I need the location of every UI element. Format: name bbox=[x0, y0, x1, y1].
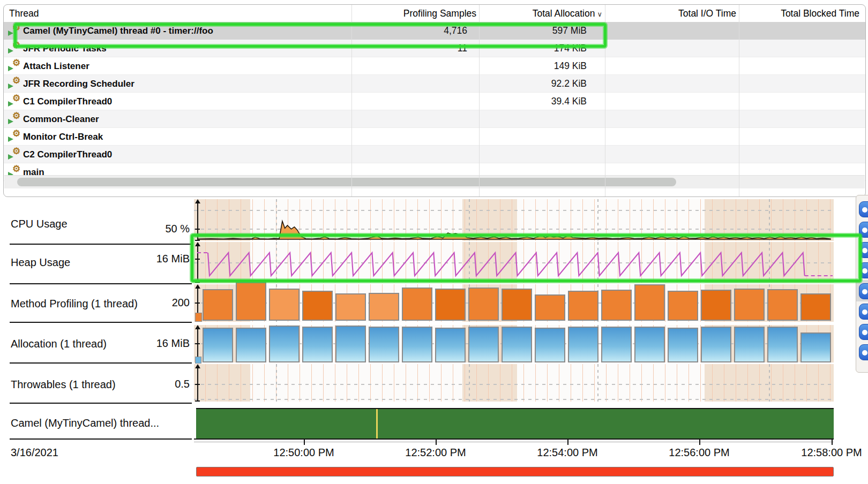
lane-label-alloc: Allocation (1 thread) bbox=[11, 336, 107, 351]
bar-bar bbox=[701, 290, 731, 321]
y-axis-arrow bbox=[195, 325, 200, 329]
column-separator bbox=[479, 5, 480, 196]
chart-option-button[interactable] bbox=[859, 222, 868, 238]
bar-bar bbox=[335, 326, 366, 362]
bar-bar bbox=[203, 328, 233, 362]
thread-state-lane[interactable] bbox=[196, 408, 834, 440]
jmc-threads-view: ThreadProfiling SamplesTotal Allocation∨… bbox=[0, 0, 868, 484]
y-axis-tick bbox=[195, 384, 200, 385]
thread-icon: ⚙ bbox=[8, 24, 22, 37]
y-axis-throw bbox=[197, 368, 198, 402]
y-axis-end-tick bbox=[195, 400, 200, 402]
chart-option-button[interactable] bbox=[859, 201, 868, 217]
heap-usage-chart bbox=[194, 242, 834, 283]
bar-bar bbox=[236, 328, 266, 362]
table-row[interactable]: ⚙Camel (MyTinyCamel) thread #0 - timer:/… bbox=[4, 22, 865, 40]
bar-bar bbox=[369, 327, 399, 362]
table-row[interactable]: ⚙Attach Listener149 KiB bbox=[4, 57, 865, 75]
table-row[interactable]: ⚙C1 CompilerThread039.4 KiB bbox=[4, 93, 865, 110]
bar-bar bbox=[634, 327, 665, 362]
bar-bar bbox=[601, 290, 632, 321]
time-label: 12:58:00 PM bbox=[783, 447, 868, 459]
lane-separator bbox=[10, 244, 192, 245]
lane-separator bbox=[10, 438, 192, 440]
lane-label-throw: Throwables (1 thread) bbox=[11, 377, 116, 392]
thread-icon: ⚙ bbox=[8, 112, 22, 125]
bar-bar bbox=[800, 332, 831, 362]
thread-icon: ⚙ bbox=[8, 148, 22, 161]
time-tick bbox=[699, 438, 700, 445]
thread-name-cell: JFR Recording Scheduler bbox=[23, 75, 134, 93]
lane-separator bbox=[10, 322, 192, 323]
thread-icon: ⚙ bbox=[8, 42, 22, 55]
table-value-cell: 92.2 KiB bbox=[479, 75, 587, 93]
bar-bar bbox=[502, 289, 532, 321]
table-row[interactable]: ⚙JFR Recording Scheduler92.2 KiB bbox=[4, 75, 865, 93]
thread-name-cell: Monitor Ctrl-Break bbox=[23, 128, 103, 146]
bar-bar bbox=[502, 327, 532, 362]
lane-tick-value-cpu: 50 % bbox=[125, 222, 190, 236]
thread-icon: ⚙ bbox=[8, 95, 22, 108]
time-tick bbox=[436, 438, 437, 445]
time-tick bbox=[832, 438, 833, 445]
time-label: 12:54:00 PM bbox=[519, 447, 616, 459]
bar-bar bbox=[535, 294, 565, 321]
chart-horizontal-scrollbar[interactable] bbox=[196, 467, 834, 477]
chart-option-button[interactable] bbox=[859, 304, 868, 320]
bar-bar bbox=[236, 282, 266, 321]
time-axis-subline bbox=[194, 442, 834, 442]
column-header-total-blocked-time[interactable]: Total Blocked Time bbox=[699, 5, 859, 22]
table-row[interactable]: ⚙Common-Cleaner bbox=[4, 110, 865, 128]
bar-bar bbox=[203, 289, 233, 321]
gridline-v bbox=[769, 364, 770, 402]
thread-icon: ⚙ bbox=[8, 130, 22, 143]
bar-bar bbox=[668, 328, 698, 362]
chart-option-button[interactable] bbox=[859, 242, 868, 258]
chart-option-button[interactable] bbox=[859, 324, 868, 340]
time-label: 12:50:00 PM bbox=[256, 447, 352, 459]
bar-bar bbox=[468, 288, 499, 321]
thread-name-cell: C2 CompilerThread0 bbox=[23, 146, 112, 163]
bar-bar bbox=[535, 328, 565, 362]
table-horizontal-scrollbar[interactable] bbox=[4, 175, 865, 188]
bar-bar bbox=[402, 327, 432, 362]
chart-option-button[interactable] bbox=[859, 283, 868, 299]
lane-tick-value-throw: 0.5 bbox=[125, 377, 190, 391]
gear-icon: ⚙ bbox=[12, 75, 20, 86]
gear-icon: ⚙ bbox=[12, 93, 20, 104]
chart-option-button[interactable] bbox=[859, 344, 868, 360]
y-axis-tick bbox=[195, 303, 200, 304]
date-label: 3/16/2021 bbox=[11, 447, 58, 459]
gear-icon: ⚙ bbox=[12, 40, 20, 51]
partial-bucket bbox=[195, 313, 202, 322]
thread-icon: ⚙ bbox=[8, 77, 22, 90]
chart-option-button[interactable] bbox=[859, 262, 868, 278]
bar-bar bbox=[800, 293, 831, 321]
bar-bar bbox=[734, 289, 765, 321]
table-value-cell: 149 KiB bbox=[479, 57, 587, 75]
cpu-usage-chart bbox=[194, 199, 834, 241]
table-row[interactable]: ⚙JFR Periodic Tasks11174 KiB bbox=[4, 40, 865, 57]
bar-bar bbox=[734, 327, 765, 362]
thread-name-cell: JFR Periodic Tasks bbox=[23, 40, 107, 57]
table-row[interactable]: ⚙C2 CompilerThread0 bbox=[4, 146, 865, 163]
gridline-v bbox=[597, 364, 598, 402]
thread-name-cell: Camel (MyTinyCamel) thread #0 - timer://… bbox=[23, 22, 213, 40]
table-scrollbar-thumb[interactable] bbox=[17, 178, 676, 186]
gear-icon: ⚙ bbox=[12, 163, 20, 175]
table-row[interactable]: ⚙Monitor Ctrl-Break bbox=[4, 128, 865, 146]
column-separator bbox=[351, 5, 352, 196]
bar-bar bbox=[668, 291, 698, 321]
gear-icon: ⚙ bbox=[12, 146, 20, 157]
gridline-v bbox=[469, 364, 470, 402]
table-value-cell: 39.4 KiB bbox=[479, 93, 587, 110]
column-header-thread[interactable]: Thread bbox=[9, 5, 39, 22]
gridline-h bbox=[194, 399, 834, 400]
bar-bar bbox=[269, 289, 300, 321]
bar-bar bbox=[601, 327, 632, 362]
bar-bar bbox=[402, 288, 432, 321]
thread-icon: ⚙ bbox=[8, 59, 22, 72]
time-tick bbox=[304, 438, 305, 445]
table-value-cell: 597 MiB bbox=[479, 22, 587, 40]
table-value-cell: 4,716 bbox=[351, 22, 467, 40]
